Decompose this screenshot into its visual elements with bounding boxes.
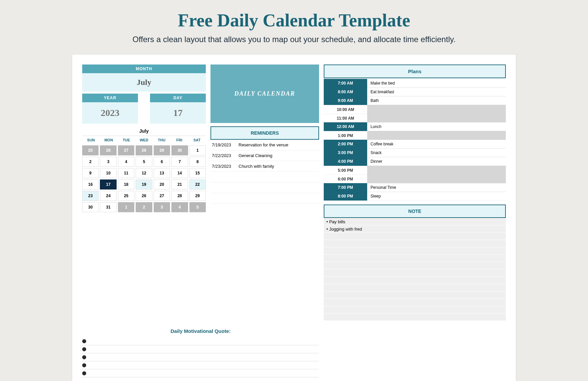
calendar-day[interactable]: 29: [154, 145, 170, 155]
calendar-day[interactable]: 30: [171, 145, 188, 155]
note-item: • Pay bills: [324, 218, 506, 225]
calendar-day[interactable]: 5: [136, 157, 152, 167]
calendar-day[interactable]: 2: [136, 202, 152, 212]
plan-text: Make the bed: [367, 79, 506, 88]
calendar-day[interactable]: 21: [171, 179, 188, 189]
plan-time: 1:00 PM: [324, 131, 367, 140]
note-empty: [324, 299, 506, 306]
calendar-day[interactable]: 17: [100, 179, 116, 189]
plan-text: Coffee break: [367, 140, 506, 148]
note-item: • Jogging with fred: [324, 225, 506, 233]
plan-row: 7:00 AMMake the bed: [324, 79, 506, 88]
calendar-day[interactable]: 12: [136, 168, 152, 178]
plan-time: 7:00 PM: [324, 183, 367, 192]
calendar-day[interactable]: 30: [82, 202, 99, 212]
bullet-icon: [82, 347, 86, 351]
calendar-day[interactable]: 29: [189, 191, 206, 201]
calendar-day[interactable]: 10: [100, 168, 116, 178]
calendar-day[interactable]: 4: [171, 202, 188, 212]
calendar-day[interactable]: 1: [189, 145, 206, 155]
note-empty: [324, 262, 506, 269]
calendar-day[interactable]: 1: [118, 202, 134, 212]
plan-row: 2:00 PMCoffee break: [324, 140, 506, 148]
dow-label: SAT: [188, 136, 206, 144]
plan-time: 4:00 PM: [324, 157, 367, 166]
quote-lines: [82, 337, 319, 377]
calendar-day[interactable]: 25: [82, 145, 99, 155]
note-body: • Pay bills• Jogging with fred: [324, 218, 506, 321]
dow-label: TUE: [118, 136, 135, 144]
calendar-day[interactable]: 27: [154, 191, 170, 201]
page-subtitle: Offers a clean layout that allows you to…: [0, 31, 588, 54]
quote-line: [82, 337, 319, 345]
calendar-day[interactable]: 26: [100, 145, 116, 155]
plan-text: Lunch: [367, 122, 506, 131]
plan-text: [367, 114, 506, 122]
plan-row: 12:00 AMLunch: [324, 122, 506, 131]
calendar-day[interactable]: 3: [154, 202, 170, 212]
note-empty: [324, 291, 506, 299]
plan-time: 5:00 PM: [324, 166, 367, 174]
plan-time: 6:00 PM: [324, 174, 367, 183]
calendar-day[interactable]: 22: [189, 179, 206, 189]
reminder-empty: [210, 193, 319, 204]
calendar-day[interactable]: 16: [82, 179, 99, 189]
note-empty: [324, 306, 506, 313]
calendar-day[interactable]: 28: [171, 191, 188, 201]
calendar-day[interactable]: 28: [136, 145, 152, 155]
reminder-empty: [210, 182, 319, 193]
calendar-day[interactable]: 11: [118, 168, 134, 178]
note-empty: [324, 233, 506, 240]
calendar-day[interactable]: 24: [100, 191, 116, 201]
calendar-day[interactable]: 9: [82, 168, 99, 178]
calendar-day[interactable]: 20: [154, 179, 170, 189]
bullet-icon: [82, 371, 86, 375]
calendar-day[interactable]: 14: [171, 168, 188, 178]
calendar-day[interactable]: 25: [118, 191, 134, 201]
plans-list: 7:00 AMMake the bed8:00 AMEat breakfast9…: [324, 79, 506, 201]
plan-text: Sleep: [367, 192, 506, 201]
calendar-day[interactable]: 7: [171, 157, 188, 167]
calendar-day[interactable]: 18: [118, 179, 134, 189]
calendar-day[interactable]: 6: [154, 157, 170, 167]
calendar-day[interactable]: 31: [100, 202, 116, 212]
page-title: Free Daily Calendar Template: [0, 0, 588, 31]
calendar-day[interactable]: 2: [82, 157, 99, 167]
calendar-day[interactable]: 27: [118, 145, 134, 155]
plan-row: 8:00 AMEat breakfast: [324, 88, 506, 96]
plan-time: 8:00 AM: [324, 88, 367, 96]
reminders-header: REMINDERS: [210, 126, 319, 140]
calendar-day[interactable]: 19: [136, 179, 152, 189]
quote-line: [82, 345, 319, 353]
plan-time: 10:00 AM: [324, 105, 367, 114]
plan-text: Dinner: [367, 157, 506, 166]
reminder-text: Church with family: [239, 164, 318, 169]
calendar-day[interactable]: 26: [136, 191, 152, 201]
bullet-icon: [82, 355, 86, 359]
mini-calendar-month: July: [82, 126, 206, 136]
plan-text: Bath: [367, 96, 506, 105]
calendar-day[interactable]: 13: [154, 168, 170, 178]
calendar-day[interactable]: 8: [189, 157, 206, 167]
daily-calendar-banner: DAILY CALENDAR: [210, 65, 319, 123]
calendar-day[interactable]: 15: [189, 168, 206, 178]
plan-row: 11:00 AM: [324, 114, 506, 122]
reminder-row: 7/22/2023General Cleaning: [210, 150, 319, 161]
calendar-day[interactable]: 23: [82, 191, 99, 201]
plan-time: 12:00 AM: [324, 122, 367, 131]
plan-text: [367, 174, 506, 183]
reminder-date: 7/22/2023: [212, 153, 239, 158]
day-label: DAY: [150, 94, 206, 102]
month-label: MONTH: [82, 65, 206, 73]
reminder-row: 7/19/2023Reservation for the venue: [210, 140, 319, 150]
reminders-list: 7/19/2023Reservation for the venue7/22/2…: [210, 140, 319, 204]
plan-text: Personal Time: [367, 183, 506, 192]
plan-row: 8:00 PMSleep: [324, 192, 506, 201]
calendar-day[interactable]: 3: [100, 157, 116, 167]
plan-row: 5:00 PM: [324, 166, 506, 174]
plan-time: 7:00 AM: [324, 79, 367, 88]
note-empty: [324, 240, 506, 247]
quote-line: [82, 361, 319, 369]
calendar-day[interactable]: 5: [189, 202, 206, 212]
calendar-day[interactable]: 4: [118, 157, 134, 167]
